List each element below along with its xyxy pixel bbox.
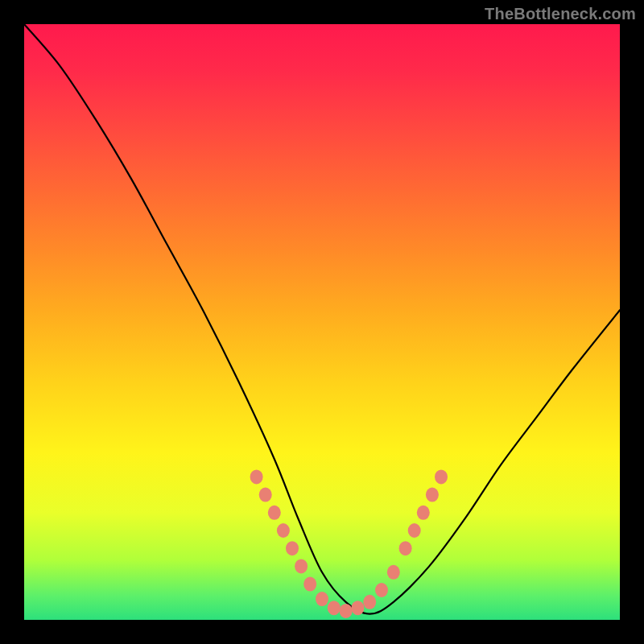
chart-stage: TheBottleneck.com [0, 0, 644, 644]
salmon-dot [399, 541, 412, 555]
salmon-dot [408, 523, 421, 538]
salmon-dot [435, 469, 448, 484]
salmon-dot [340, 604, 353, 618]
salmon-dot [268, 506, 281, 520]
salmon-dot [375, 583, 388, 597]
salmon-dot [277, 523, 290, 538]
salmon-dot [250, 469, 263, 484]
salmon-dot [351, 601, 364, 615]
salmon-dot [328, 601, 341, 615]
salmon-dot [259, 488, 272, 502]
salmon-dot [426, 488, 439, 502]
plot-area [24, 24, 620, 620]
salmon-dot-group [250, 469, 448, 618]
salmon-dot [303, 577, 316, 592]
salmon-dot [295, 559, 308, 573]
salmon-dot [387, 565, 400, 580]
salmon-dot [316, 592, 328, 606]
salmon-dot [286, 541, 299, 555]
watermark-text: TheBottleneck.com [485, 5, 636, 23]
bottleneck-curve [24, 24, 620, 614]
curve-layer [24, 24, 620, 620]
salmon-dot [417, 506, 430, 520]
salmon-dot [363, 595, 376, 609]
